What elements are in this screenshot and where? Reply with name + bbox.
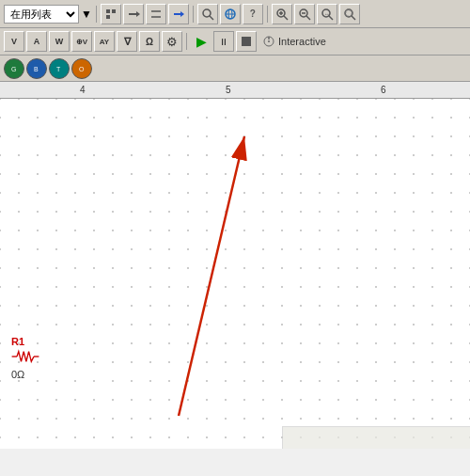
- svg-rect-2: [106, 15, 110, 19]
- separator2: [193, 6, 194, 23]
- svg-line-20: [306, 16, 310, 20]
- dropdown-arrow-icon: ▼: [81, 8, 92, 21]
- ohm-button[interactable]: Ω: [139, 31, 160, 52]
- pause-button[interactable]: ⏸: [213, 31, 234, 52]
- icon-circle-green[interactable]: G: [4, 58, 24, 79]
- component-ref-label: R1: [11, 336, 39, 347]
- toolbar-row2: V A W ⊕V AY ∇ Ω ⚙ ▶ ⏸ Interactive: [0, 28, 470, 55]
- icon-circle-teal[interactable]: T: [49, 58, 70, 79]
- svg-text:B: B: [34, 66, 39, 72]
- svg-text:↔: ↔: [324, 11, 330, 17]
- interactive-icon: [262, 35, 275, 48]
- ayprobe-button[interactable]: AY: [94, 31, 115, 52]
- svg-text:T: T: [56, 66, 61, 72]
- dot-grid-background: [0, 99, 470, 449]
- zoom-fit-button[interactable]: ↔: [317, 4, 337, 24]
- svg-point-29: [268, 40, 270, 42]
- svg-text:G: G: [11, 66, 16, 72]
- watt-button[interactable]: W: [49, 31, 70, 52]
- wire-button[interactable]: [123, 4, 144, 24]
- help-button[interactable]: ?: [243, 4, 263, 24]
- ruler-horizontal: 4 5 6: [0, 82, 470, 99]
- globe-button[interactable]: [220, 4, 241, 24]
- voltage-button[interactable]: V: [4, 31, 24, 52]
- svg-text:O: O: [79, 66, 85, 72]
- zoom-in-button[interactable]: [272, 4, 292, 24]
- ruler-tick-5: 5: [226, 85, 231, 95]
- icon-circle-orange[interactable]: O: [71, 58, 92, 79]
- schematic-canvas[interactable]: 4 5 6 R1 0Ω: [0, 82, 470, 449]
- bus-button[interactable]: [168, 4, 189, 24]
- stop-button[interactable]: [236, 31, 257, 52]
- vprobe-button[interactable]: ⊕V: [71, 31, 92, 52]
- vdiff-button[interactable]: ∇: [117, 31, 137, 52]
- component-r1[interactable]: R1 0Ω: [11, 336, 39, 380]
- separator1: [96, 6, 97, 23]
- ammeter-button[interactable]: A: [26, 31, 47, 52]
- resistor-symbol: [11, 348, 39, 365]
- component-value-label: 0Ω: [11, 369, 39, 380]
- svg-rect-26: [346, 10, 352, 16]
- icon-circle-blue1[interactable]: B: [26, 58, 47, 79]
- toolbar-row1: 在用列表 ▼ ?: [0, 0, 470, 28]
- svg-marker-8: [180, 11, 184, 17]
- svg-point-9: [203, 9, 211, 17]
- svg-rect-0: [106, 9, 110, 13]
- ruler-tick-4: 4: [80, 85, 86, 95]
- zoom-out-button[interactable]: [294, 4, 315, 24]
- settings-button[interactable]: ⚙: [162, 31, 182, 52]
- play-button[interactable]: ▶: [191, 31, 212, 52]
- status-bar: [282, 426, 470, 449]
- interactive-label: Interactive: [278, 36, 326, 47]
- svg-line-25: [352, 16, 355, 20]
- interactive-section: Interactive: [262, 35, 326, 48]
- connect-button[interactable]: [146, 4, 166, 24]
- toolbar-row3: G B T O: [0, 55, 470, 81]
- svg-line-10: [210, 16, 213, 20]
- zoom-area-button[interactable]: [339, 4, 360, 24]
- separator3: [267, 6, 268, 23]
- svg-line-17: [284, 16, 288, 20]
- separator4: [186, 33, 187, 50]
- place-button[interactable]: [101, 4, 121, 24]
- svg-marker-4: [136, 11, 140, 17]
- ruler-tick-6: 6: [381, 85, 386, 95]
- search-button[interactable]: [197, 4, 218, 24]
- in-use-list-dropdown[interactable]: 在用列表: [4, 5, 79, 24]
- svg-rect-1: [112, 9, 116, 13]
